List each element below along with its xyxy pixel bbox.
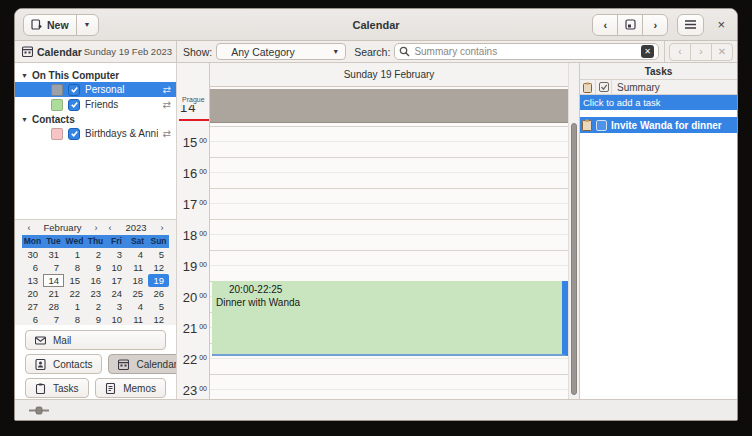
- minical-day-cell[interactable]: 24: [106, 287, 127, 300]
- minical-day-cell[interactable]: 17: [106, 274, 127, 287]
- add-task-row[interactable]: Click to add a task: [580, 95, 737, 110]
- switcher-memos-button[interactable]: Memos: [95, 378, 166, 398]
- minute-value: 00: [199, 199, 207, 212]
- status-handle-icon[interactable]: [29, 406, 49, 415]
- minical-day-cell[interactable]: 10: [106, 261, 127, 274]
- minical-day-cell[interactable]: 31: [43, 248, 64, 261]
- day-view: Sunday 19 February 20:00-22:25 Dinner wi…: [210, 63, 568, 399]
- minical-day-cell[interactable]: 4: [127, 300, 148, 313]
- minical-day-cell[interactable]: 22: [64, 287, 85, 300]
- day-grid[interactable]: 20:00-22:25 Dinner with Wanda: [210, 123, 568, 399]
- time-marker-line: [179, 119, 209, 121]
- minical-day-cell[interactable]: 30: [22, 248, 43, 261]
- menu-button[interactable]: [677, 14, 704, 36]
- calendar-checkbox[interactable]: [68, 99, 80, 111]
- tree-section-on-this-computer[interactable]: ▼On This Computer: [15, 68, 176, 82]
- expander-triangle-icon[interactable]: ▼: [21, 72, 28, 79]
- calendar-item-friends[interactable]: Friends⇄: [15, 97, 176, 112]
- minical-day-cell[interactable]: 9: [85, 261, 106, 274]
- today-button[interactable]: [617, 14, 643, 36]
- prev-month-button[interactable]: ‹: [22, 223, 36, 233]
- calendar-color-swatch: [51, 84, 63, 96]
- window-close-button[interactable]: ×: [713, 18, 729, 31]
- minical-day-cell[interactable]: 3: [106, 248, 127, 261]
- hour-value: 21: [183, 322, 197, 336]
- prev-year-button[interactable]: ‹: [103, 223, 117, 233]
- calendar-item-birthdays-anniver-[interactable]: Birthdays & Anniver…⇄: [15, 126, 176, 141]
- switcher-contacts-button[interactable]: Contacts: [25, 354, 102, 374]
- minical-day-cell[interactable]: 5: [148, 248, 169, 261]
- search-next-button[interactable]: ›: [690, 43, 712, 61]
- new-dropdown-button[interactable]: ▼: [76, 14, 99, 36]
- toolbar-separator: [176, 41, 177, 62]
- minical-day-cell[interactable]: 5: [148, 300, 169, 313]
- hour-label-17: 1700: [177, 198, 207, 212]
- next-day-button[interactable]: ›: [642, 14, 668, 36]
- titlebar: New ▼ Calendar ‹ › ×: [15, 9, 737, 41]
- task-row[interactable]: Invite Wanda for dinner: [580, 117, 737, 133]
- hour-label-20: 2000: [177, 291, 207, 305]
- calendar-checkbox[interactable]: [68, 128, 80, 140]
- mini-calendar: ‹ February › ‹ 2023 › MonTueWedThuFriSat…: [15, 219, 176, 325]
- vertical-scrollbar[interactable]: [568, 63, 579, 399]
- minical-day-cell[interactable]: 2: [85, 248, 106, 261]
- tasks-summary-column-label[interactable]: Summary: [612, 82, 737, 93]
- task-icon: [582, 119, 592, 131]
- expander-triangle-icon[interactable]: ▼: [21, 116, 28, 123]
- search-input[interactable]: Summary contains ✕: [394, 43, 659, 60]
- search-previous-button[interactable]: ‹: [669, 43, 691, 61]
- minical-day-cell[interactable]: 20: [22, 287, 43, 300]
- all-day-band[interactable]: [210, 89, 568, 123]
- category-dropdown-value: Any Category: [223, 46, 328, 58]
- scrollbar-thumb[interactable]: [571, 123, 577, 395]
- minical-day-cell[interactable]: 1: [64, 300, 85, 313]
- calendar-checkbox[interactable]: [68, 84, 80, 96]
- minical-day-cell[interactable]: 27: [22, 300, 43, 313]
- clear-search-icon[interactable]: ✕: [641, 45, 654, 58]
- switcher-mail-button[interactable]: Mail: [25, 330, 166, 350]
- hour-label-16: 1600: [177, 167, 207, 181]
- task-checkbox[interactable]: [596, 120, 607, 131]
- minical-day-cell[interactable]: 11: [127, 261, 148, 274]
- new-button[interactable]: New: [23, 14, 77, 36]
- minical-day-cell[interactable]: 6: [22, 261, 43, 274]
- date-nav-group: ‹ ›: [592, 14, 668, 36]
- minical-day-cell[interactable]: 15: [64, 274, 85, 287]
- minical-day-cell[interactable]: 18: [127, 274, 148, 287]
- minical-day-cell[interactable]: 14: [43, 274, 64, 287]
- new-button-label: New: [47, 19, 69, 31]
- category-dropdown[interactable]: Any Category ▼: [216, 43, 346, 60]
- minical-day-cell[interactable]: 19: [148, 274, 169, 287]
- hour-label-19: 1900: [177, 260, 207, 274]
- tree-section-contacts[interactable]: ▼Contacts: [15, 112, 176, 126]
- task-type-column-icon[interactable]: [580, 80, 596, 94]
- search-close-button[interactable]: ✕: [711, 43, 733, 61]
- minical-day-cell[interactable]: 21: [43, 287, 64, 300]
- minical-day-cell[interactable]: 8: [64, 261, 85, 274]
- event-dinner-with-wanda[interactable]: 20:00-22:25 Dinner with Wanda: [212, 281, 568, 356]
- chevron-down-icon: ▼: [84, 21, 91, 28]
- minical-day-cell[interactable]: 7: [43, 261, 64, 274]
- minical-day-cell[interactable]: 28: [43, 300, 64, 313]
- switcher-tasks-button[interactable]: Tasks: [25, 378, 89, 398]
- sync-icon: ⇄: [163, 84, 171, 95]
- minical-day-cell[interactable]: 26: [148, 287, 169, 300]
- minical-day-cell[interactable]: 12: [148, 261, 169, 274]
- minical-day-cell[interactable]: 1: [64, 248, 85, 261]
- minical-day-cell[interactable]: 23: [85, 287, 106, 300]
- next-month-button[interactable]: ›: [89, 223, 103, 233]
- next-year-button[interactable]: ›: [155, 223, 169, 233]
- calendar-item-personal[interactable]: Personal⇄: [15, 82, 176, 97]
- minical-day-cell[interactable]: 25: [127, 287, 148, 300]
- task-complete-column-icon[interactable]: [596, 80, 612, 94]
- calendar-item-label: Birthdays & Anniver…: [85, 128, 158, 139]
- toolbar-app-label: Calendar: [37, 46, 82, 58]
- previous-day-button[interactable]: ‹: [592, 14, 618, 36]
- minical-day-cell[interactable]: 2: [85, 300, 106, 313]
- tree-section-label: Contacts: [32, 114, 75, 125]
- minical-day-cell[interactable]: 3: [106, 300, 127, 313]
- minical-day-cell[interactable]: 16: [85, 274, 106, 287]
- minical-day-cell[interactable]: 13: [22, 274, 43, 287]
- minical-day-header: Sat: [127, 235, 148, 248]
- minical-day-cell[interactable]: 4: [127, 248, 148, 261]
